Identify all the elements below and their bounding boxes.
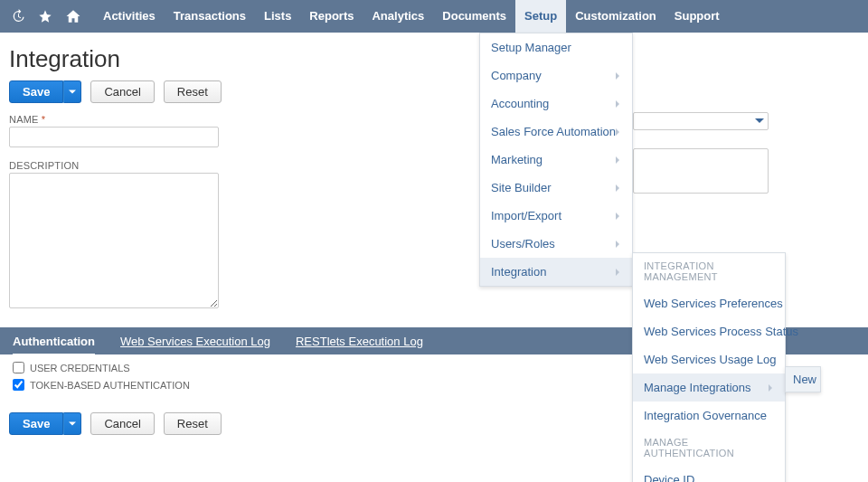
user-credentials-label: USER CREDENTIALS [30,363,130,373]
menu-transactions[interactable]: Transactions [165,0,255,33]
dd-users-roles[interactable]: Users/Roles [480,230,632,258]
top-menu: Activities Transactions Lists Reports An… [94,0,729,33]
recent-icon[interactable] [11,9,25,24]
name-label-text: NAME [9,114,39,125]
name-input[interactable] [9,127,219,147]
dd-ws-usage-log[interactable]: Web Services Usage Log [633,345,785,373]
menu-analytics[interactable]: Analytics [363,0,433,33]
menu-activities[interactable]: Activities [94,0,165,33]
token-auth-checkbox[interactable] [13,379,24,391]
menu-reports[interactable]: Reports [300,0,363,33]
dd-site-builder[interactable]: Site Builder [480,174,632,202]
menu-lists[interactable]: Lists [255,0,300,33]
required-mark: * [42,114,45,125]
integ-header-2: MANAGE AUTHENTICATION [633,430,785,446]
save-chevron-bottom[interactable] [63,412,81,435]
state-select[interactable] [633,112,769,130]
reset-button[interactable]: Reset [164,80,222,103]
dd-marketing[interactable]: Marketing [480,146,632,174]
subtab-restlets-log[interactable]: RESTlets Execution Log [296,335,423,348]
reset-button-bottom[interactable]: Reset [164,412,222,435]
page-title: Integration [0,33,868,80]
description-textarea[interactable] [9,173,219,308]
dd-integration[interactable]: Integration [480,258,632,286]
cancel-button[interactable]: Cancel [90,80,154,103]
save-split-button: Save [9,80,81,103]
subtab-authentication[interactable]: Authentication [13,326,95,356]
integration-submenu: INTEGRATION MANAGEMENT Web Services Pref… [632,252,786,446]
token-auth-label: TOKEN-BASED AUTHENTICATION [30,380,190,391]
save-button-bottom[interactable]: Save [9,412,63,435]
menu-setup[interactable]: Setup [515,0,566,33]
integ-header-1: INTEGRATION MANAGEMENT [633,253,785,289]
dd-manage-integrations[interactable]: Manage Integrations [633,373,785,402]
dd-new[interactable]: New [786,367,820,392]
save-button[interactable]: Save [9,80,63,103]
dd-ws-prefs[interactable]: Web Services Preferences [633,289,785,317]
menu-documents[interactable]: Documents [433,0,515,33]
dd-ws-process-status[interactable]: Web Services Process Status [633,317,785,345]
dd-import-export[interactable]: Import/Export [480,202,632,230]
home-icon[interactable] [65,8,81,24]
manage-integrations-flyout: New [785,366,821,392]
dd-sfa[interactable]: Sales Force Automation [480,118,632,146]
note-textarea[interactable] [633,148,769,194]
save-chevron[interactable] [63,80,81,103]
dd-accounting[interactable]: Accounting [480,90,632,118]
save-split-button-bottom: Save [9,412,81,435]
menu-support[interactable]: Support [665,0,729,33]
button-row-top: Save Cancel Reset [0,80,868,114]
menu-customization[interactable]: Customization [566,0,665,33]
user-credentials-checkbox[interactable] [13,362,24,373]
dd-setup-manager[interactable]: Setup Manager [480,33,632,61]
setup-dropdown: Setup Manager Company Accounting Sales F… [479,33,633,287]
star-icon[interactable] [38,9,52,24]
cancel-button-bottom[interactable]: Cancel [90,412,154,435]
subtab-ws-log[interactable]: Web Services Execution Log [120,335,270,348]
dd-integ-governance[interactable]: Integration Governance [633,402,785,430]
top-nav: Activities Transactions Lists Reports An… [0,0,868,33]
dd-company[interactable]: Company [480,61,632,90]
